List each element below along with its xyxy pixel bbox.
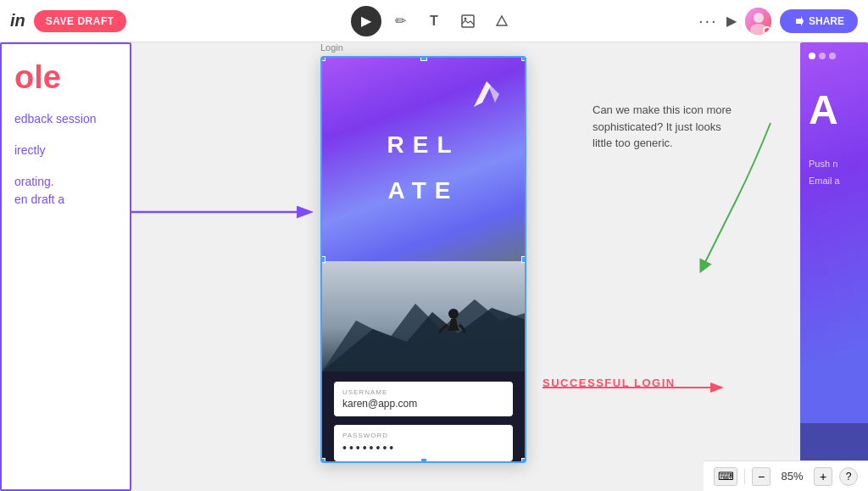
dot-2 xyxy=(819,53,826,59)
walkthrough-texts: Push n Email a xyxy=(800,150,868,201)
left-panel-text-2: irectly xyxy=(14,142,117,159)
username-value: karen@app.com xyxy=(342,398,504,410)
walkthrough-dots xyxy=(800,42,868,70)
phone-screen-label: Login xyxy=(320,42,526,53)
canvas: ole edback session irectly orating.en dr… xyxy=(0,42,868,491)
walkthrough-letter: A xyxy=(800,70,868,150)
logo: in xyxy=(10,11,25,31)
svg-point-1 xyxy=(465,17,467,20)
zoom-value: 85% xyxy=(777,470,807,483)
phone-area: Login REL xyxy=(320,42,526,463)
username-field[interactable]: USERNAME karen@app.com xyxy=(334,382,513,416)
handle-tl[interactable] xyxy=(320,56,326,61)
shape-tool-button[interactable] xyxy=(487,6,517,36)
toolbar-right: ··· ▶ SHARE xyxy=(698,8,868,35)
username-label: USERNAME xyxy=(342,388,504,396)
handle-tr[interactable] xyxy=(521,56,526,61)
pen-tool-button[interactable]: ✏ xyxy=(385,6,415,36)
password-field[interactable]: PASSWORD •••••••• xyxy=(334,425,513,461)
text-tool-button[interactable]: T xyxy=(419,6,449,36)
dot-3 xyxy=(829,53,836,59)
password-label: PASSWORD xyxy=(342,432,504,439)
handle-bl[interactable] xyxy=(320,458,326,463)
left-panel-text-3: orating.en draft a xyxy=(14,173,117,209)
left-panel-title: ole xyxy=(14,61,117,93)
handle-br[interactable] xyxy=(521,458,526,463)
image-tool-button[interactable] xyxy=(453,6,483,36)
relate-text: REL ATE xyxy=(387,114,460,204)
avatar-notification-dot xyxy=(763,26,771,35)
success-arrow xyxy=(542,377,729,402)
keyboard-button[interactable]: ⌨ xyxy=(714,467,737,486)
phone-header: REL ATE xyxy=(322,58,525,261)
svg-point-3 xyxy=(754,13,764,23)
handle-ml[interactable] xyxy=(320,256,326,263)
handle-tm[interactable] xyxy=(420,56,427,61)
more-button[interactable]: ··· xyxy=(698,11,718,31)
purple-arrow xyxy=(131,199,318,228)
toolbar-center: ▶ ✏ T xyxy=(170,6,698,36)
green-arrow-annotation xyxy=(652,98,821,284)
password-value: •••••••• xyxy=(342,441,504,455)
phone-form: USERNAME karen@app.com PASSWORD ••••••••… xyxy=(322,371,525,463)
handle-bm[interactable] xyxy=(420,458,427,463)
walkthrough-text-2: Email a xyxy=(809,176,860,186)
walkthrough-text-1: Push n xyxy=(809,159,860,169)
right-panel: A Push n Email a xyxy=(800,42,868,491)
share-button[interactable]: SHARE xyxy=(780,9,858,33)
app-logo-icon xyxy=(465,73,508,115)
dot-1 xyxy=(809,53,815,59)
avatar xyxy=(745,8,771,35)
svg-point-7 xyxy=(448,309,459,319)
bottom-bar: ⌨ − 85% + ? xyxy=(704,460,868,491)
handle-mr[interactable] xyxy=(521,256,526,263)
toolbar-left: in SAVE DRAFT xyxy=(0,10,170,32)
left-panel: ole edback session irectly orating.en dr… xyxy=(0,42,131,491)
phone-photo xyxy=(322,261,525,371)
help-button[interactable]: ? xyxy=(839,467,858,486)
zoom-out-button[interactable]: − xyxy=(752,467,771,486)
save-draft-button[interactable]: SAVE DRAFT xyxy=(34,10,126,32)
left-panel-text-1: edback session xyxy=(14,110,117,128)
cursor-tool-button[interactable]: ▶ xyxy=(351,6,381,36)
phone-frame: REL ATE xyxy=(320,56,526,463)
svg-rect-0 xyxy=(462,15,474,27)
separator xyxy=(744,469,745,484)
zoom-in-button[interactable]: + xyxy=(814,467,832,486)
play-button[interactable]: ▶ xyxy=(726,13,737,29)
toolbar: in SAVE DRAFT ▶ ✏ T ··· ▶ xyxy=(0,0,868,42)
